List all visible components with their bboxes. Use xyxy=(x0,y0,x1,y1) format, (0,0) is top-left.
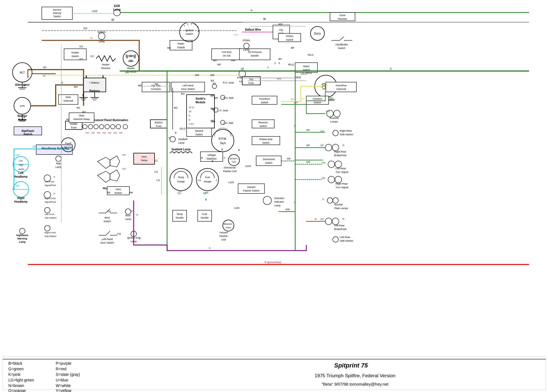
svg-text:GR: GR xyxy=(322,161,326,164)
cigar-lighter-label: Seatbelt Lamp xyxy=(172,148,190,151)
svg-text:Fuse: Fuse xyxy=(248,82,254,84)
svg-text:Tach: Tach xyxy=(220,142,226,145)
svg-text:Warning: Warning xyxy=(17,237,27,240)
svg-text:C1: C1 xyxy=(155,159,158,162)
svg-text:YP: YP xyxy=(290,98,294,101)
svg-text:Gauge: Gauge xyxy=(177,180,185,183)
svg-text:P=purple: P=purple xyxy=(56,361,72,366)
svg-text:Boot: Boot xyxy=(126,214,131,217)
svg-text:GW: GW xyxy=(285,208,290,211)
svg-text:Switch: Switch xyxy=(53,15,61,18)
svg-text:1: 1 xyxy=(184,24,185,27)
svg-text:Ing.: Ing. xyxy=(279,28,283,31)
svg-text:P: P xyxy=(139,237,141,240)
svg-text:K=pink: K=pink xyxy=(8,372,21,377)
svg-text:B: B xyxy=(205,198,207,201)
svg-text:Button: Button xyxy=(115,192,122,194)
svg-text:RW: RW xyxy=(108,132,111,134)
svg-text:Left Hand: Left Hand xyxy=(182,84,193,87)
svg-text:Resistor: Resistor xyxy=(338,18,347,20)
svg-text:Heater: Heater xyxy=(102,63,109,66)
svg-text:Dip/Flash: Dip/Flash xyxy=(21,129,34,133)
svg-text:Switch: Switch xyxy=(195,133,203,136)
wiring-diagram: W WY ALT Alternator NY N + Battery Batte… xyxy=(0,0,548,392)
svg-text:beam: beam xyxy=(19,168,24,170)
svg-text:9: 9 xyxy=(189,114,190,117)
svg-text:R: R xyxy=(53,192,55,195)
svg-text:R: R xyxy=(315,218,317,220)
svg-text:Oil Pressure: Oil Pressure xyxy=(248,51,262,53)
svg-text:WY: WY xyxy=(125,72,129,74)
svg-text:B: B xyxy=(175,131,177,134)
svg-text:WR: WR xyxy=(210,74,214,77)
svg-text:RW: RW xyxy=(102,132,106,134)
svg-text:Switch: Switch xyxy=(260,125,267,128)
svg-text:YP: YP xyxy=(301,97,305,100)
svg-text:Signal/Park: Signal/Park xyxy=(45,201,56,203)
svg-text:Ignition: Ignition xyxy=(185,29,193,32)
svg-text:Switch: Switch xyxy=(314,101,321,104)
svg-text:P: P xyxy=(136,214,138,216)
svg-text:Brake/Park: Brake/Park xyxy=(334,154,347,157)
svg-text:5: 5 xyxy=(197,26,199,28)
svg-text:Horn: Horn xyxy=(116,188,121,191)
svg-text:GR: GR xyxy=(306,161,310,163)
svg-text:LG/K: LG/K xyxy=(234,207,240,209)
svg-text:Interlock Relay: Interlock Relay xyxy=(73,118,90,121)
svg-text:GP: GP xyxy=(320,218,324,220)
svg-text:Temp: Temp xyxy=(177,213,183,215)
svg-text:Fuse: Fuse xyxy=(71,126,77,129)
svg-text:W: W xyxy=(111,18,114,21)
svg-text:R: R xyxy=(342,218,344,220)
svg-text:N: N xyxy=(61,81,63,84)
svg-text:Flasher Switch: Flasher Switch xyxy=(243,189,259,192)
svg-text:PB: PB xyxy=(129,191,133,194)
svg-text:Hazard: Hazard xyxy=(225,223,232,225)
svg-text:W0: W0 xyxy=(74,85,78,88)
svg-text:Lamp: Lamp xyxy=(19,241,26,243)
svg-text:PDWA: PDWA xyxy=(243,39,250,42)
svg-text:Right-Rear: Right-Rear xyxy=(336,182,348,185)
svg-text:1: 1 xyxy=(267,66,269,69)
svg-text:Overdrive: Overdrive xyxy=(336,84,346,87)
svg-text:WK: WK xyxy=(167,46,171,49)
svg-text:10: 10 xyxy=(189,110,191,113)
svg-text:WR: WR xyxy=(195,74,199,77)
svg-text:Lamp: Lamp xyxy=(125,218,131,220)
diagram-version: "Beta" 9/07/98 tomomalley@hey.net xyxy=(322,382,389,386)
svg-text:GP: GP xyxy=(306,129,310,131)
svg-text:Door Switch: Door Switch xyxy=(101,241,114,244)
svg-text:Flash: Flash xyxy=(226,226,231,229)
svg-text:Headlamp: Headlamp xyxy=(14,200,28,203)
svg-text:RW: RW xyxy=(91,132,95,134)
svg-text:G: G xyxy=(224,156,226,159)
svg-text:Solenoid: Solenoid xyxy=(336,88,346,90)
svg-text:G: G xyxy=(251,9,253,12)
diagram-svg: W WY ALT Alternator NY N + Battery Batte… xyxy=(0,0,548,392)
svg-text:RW: RW xyxy=(114,132,117,134)
svg-text:PW: PW xyxy=(117,232,121,235)
svg-text:Gearbox: Gearbox xyxy=(313,97,322,100)
svg-text:Module: Module xyxy=(196,101,206,104)
svg-text:Sender: Sender xyxy=(251,54,259,57)
svg-text:Side Marker: Side Marker xyxy=(45,217,57,219)
svg-text:UW: UW xyxy=(15,154,19,156)
svg-text:Right: Right xyxy=(17,197,25,200)
svg-text:G: G xyxy=(294,124,296,127)
svg-text:Handbrake: Handbrake xyxy=(336,43,348,46)
svg-text:UW: UW xyxy=(15,184,19,187)
svg-text:Anti Run-: Anti Run- xyxy=(222,51,232,53)
svg-text:BP: BP xyxy=(278,58,282,60)
svg-text:+ Battery: + Battery xyxy=(89,81,99,84)
svg-text:Smith's: Smith's xyxy=(195,97,206,100)
svg-text:Lamp: Lamp xyxy=(243,48,250,51)
svg-text:Y=yellow: Y=yellow xyxy=(56,388,72,392)
svg-text:Relay: Relay xyxy=(141,159,148,162)
svg-text:E: E xyxy=(216,179,217,181)
svg-text:Switch: Switch xyxy=(338,47,346,50)
svg-text:High: High xyxy=(19,164,23,166)
svg-text:Right-Front: Right-Front xyxy=(45,231,56,234)
svg-text:Side Marker: Side Marker xyxy=(340,133,353,136)
svg-text:Right-Rear: Right-Rear xyxy=(340,129,352,132)
svg-text:WS: WS xyxy=(278,23,283,26)
